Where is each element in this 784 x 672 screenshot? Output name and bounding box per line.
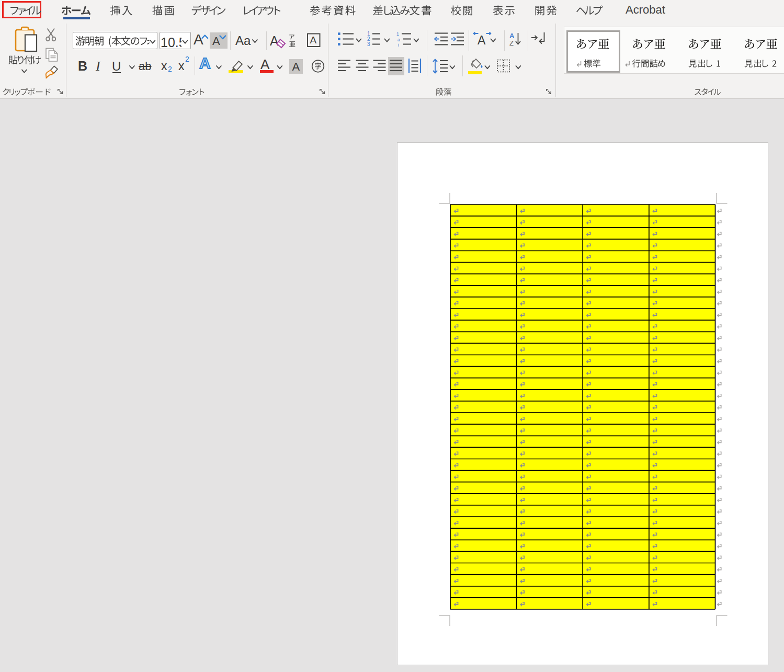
svg-text:i: i bbox=[398, 42, 399, 48]
svg-text:Z: Z bbox=[509, 39, 514, 47]
svg-text:3: 3 bbox=[367, 41, 370, 47]
svg-text:a: a bbox=[397, 37, 400, 42]
svg-text:1: 1 bbox=[396, 31, 399, 37]
svg-text:A: A bbox=[509, 32, 515, 40]
